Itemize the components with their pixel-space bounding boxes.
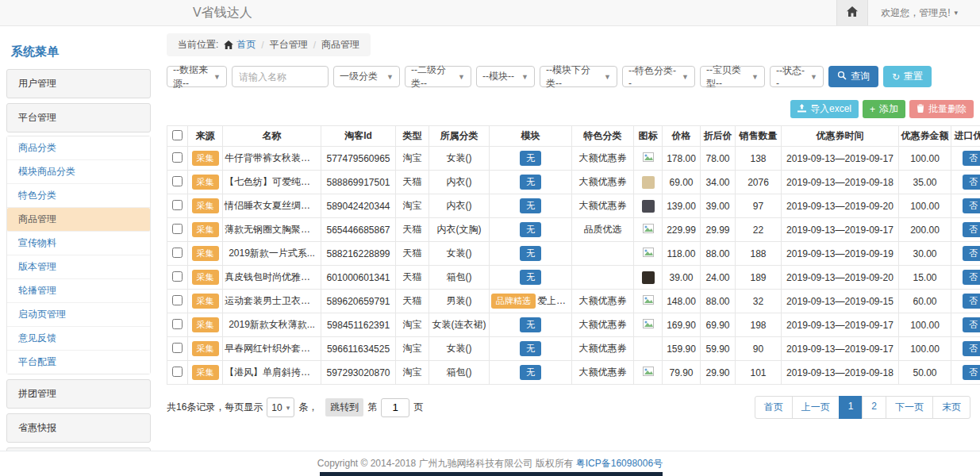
- select-all-checkbox[interactable]: [172, 130, 183, 140]
- row-checkbox[interactable]: [172, 367, 183, 377]
- name-cell: 2019新款女秋薄款...: [223, 313, 321, 337]
- page-button-首页[interactable]: 首页: [755, 396, 793, 419]
- sidebar-item-平台配置[interactable]: 平台配置: [7, 351, 150, 374]
- row-checkbox[interactable]: [172, 248, 183, 258]
- navbar-right: 欢迎您，管理员! ▾: [836, 0, 980, 25]
- import-select-toggle[interactable]: 否: [963, 270, 980, 285]
- sidebar-item-意见反馈[interactable]: 意见反馈: [7, 327, 150, 351]
- module-badge[interactable]: 无: [520, 270, 541, 285]
- type-cell: 天猫: [396, 171, 429, 194]
- sidebar-item-宣传物料[interactable]: 宣传物料: [7, 232, 150, 255]
- import-select-toggle[interactable]: 否: [963, 198, 980, 213]
- module-badge[interactable]: 无: [520, 198, 541, 213]
- discount-price-cell: 59.90: [701, 337, 736, 361]
- filter-select-1[interactable]: 一级分类▼: [333, 66, 400, 87]
- column-header-优惠券时间: 优惠券时间: [782, 126, 899, 147]
- sidebar-menu: 用户管理平台管理商品分类模块商品分类特色分类商品管理宣传物料版本管理轮播管理启动…: [6, 69, 151, 451]
- filter-select-7[interactable]: --状态--▼: [770, 66, 824, 87]
- sidebar-group-平台管理[interactable]: 平台管理: [6, 103, 151, 132]
- module-badge[interactable]: 无: [520, 317, 541, 332]
- breadcrumb-home-link[interactable]: 首页: [236, 38, 256, 52]
- batch-delete-button[interactable]: 批量删除: [909, 100, 974, 118]
- coupon-amount-cell: 200.00: [899, 218, 951, 242]
- search-button-label: 查询: [851, 70, 870, 83]
- sidebar-group-用户管理[interactable]: 用户管理: [6, 69, 151, 98]
- module-badge[interactable]: 无: [520, 151, 541, 166]
- sidebar-item-轮播管理[interactable]: 轮播管理: [7, 279, 150, 303]
- record-summary: 共16条记录，每页显示: [167, 401, 263, 414]
- row-checkbox[interactable]: [172, 271, 183, 282]
- column-header-类型: 类型: [396, 126, 429, 147]
- row-checkbox[interactable]: [172, 319, 183, 329]
- import-select-cell: 否: [951, 242, 980, 266]
- row-checkbox[interactable]: [172, 295, 183, 305]
- sidebar-item-版本管理[interactable]: 版本管理: [7, 255, 150, 279]
- taoke-id-cell: 589620659791: [321, 290, 396, 313]
- page-size-select[interactable]: 10 ▾: [267, 397, 294, 417]
- filter-select-4[interactable]: --模块下分类--▼: [540, 66, 617, 87]
- module-badge[interactable]: 无: [520, 246, 541, 261]
- row-checkbox[interactable]: [172, 152, 183, 163]
- sidebar-item-商品分类[interactable]: 商品分类: [7, 136, 150, 160]
- module-badge[interactable]: 品牌精选: [491, 294, 536, 309]
- filter-select-2[interactable]: --二级分类--▼: [405, 66, 471, 87]
- import-select-toggle[interactable]: 否: [963, 317, 980, 332]
- user-menu[interactable]: 欢迎您，管理员! ▾: [868, 6, 980, 20]
- sidebar-item-特色分类[interactable]: 特色分类: [7, 184, 150, 208]
- sidebar-group-拼团管理[interactable]: 拼团管理: [6, 379, 151, 409]
- import-select-toggle[interactable]: 否: [963, 175, 980, 190]
- row-checkbox[interactable]: [172, 343, 183, 353]
- import-select-toggle[interactable]: 否: [963, 151, 980, 166]
- add-button[interactable]: + 添加: [863, 100, 905, 118]
- filter-select-3[interactable]: --模块--▼: [476, 66, 535, 87]
- filter-select-5[interactable]: --特色分类--▼: [622, 66, 695, 87]
- sidebar-group-省惠快报[interactable]: 省惠快报: [6, 413, 151, 443]
- module-cell: 无: [490, 313, 572, 337]
- module-badge[interactable]: 无: [520, 341, 541, 356]
- page-button-末页[interactable]: 末页: [932, 396, 970, 419]
- home-button[interactable]: [836, 0, 868, 25]
- module-badge[interactable]: 无: [520, 222, 541, 237]
- row-checkbox[interactable]: [172, 224, 183, 234]
- reset-button[interactable]: ↻ 重置: [883, 66, 932, 87]
- icp-link[interactable]: 粤ICP备16098006号: [576, 457, 663, 470]
- page-button-2[interactable]: 2: [862, 396, 886, 419]
- import-select-toggle[interactable]: 否: [963, 365, 980, 380]
- table-row: 采集【港风】单肩斜挎链条...597293020870淘宝箱包()无大额优惠券7…: [167, 361, 980, 385]
- module-badge[interactable]: 无: [520, 175, 541, 190]
- row-checkbox[interactable]: [172, 200, 183, 210]
- import-excel-button[interactable]: 导入excel: [790, 100, 859, 118]
- sidebar-item-商品管理[interactable]: 商品管理: [7, 208, 150, 232]
- column-header-所属分类: 所属分类: [429, 126, 490, 147]
- source-badge: 采集: [192, 222, 219, 237]
- sidebar-item-模块商品分类[interactable]: 模块商品分类: [7, 160, 150, 184]
- taoke-id-cell: 588216228899: [321, 242, 396, 266]
- import-select-toggle[interactable]: 否: [963, 222, 980, 237]
- filter-select-6[interactable]: --宝贝类型--▼: [700, 66, 765, 87]
- sidebar-item-启动页管理[interactable]: 启动页管理: [7, 303, 150, 327]
- import-select-toggle[interactable]: 否: [963, 341, 980, 356]
- row-select-cell: [167, 313, 188, 337]
- module-badge[interactable]: 无: [520, 365, 541, 380]
- jump-suffix: 页: [413, 401, 423, 414]
- jump-page-input[interactable]: [381, 398, 409, 417]
- page-button-1[interactable]: 1: [839, 396, 863, 419]
- caret-down-icon: ▼: [386, 73, 394, 81]
- column-header-模块: 模块: [490, 126, 572, 147]
- broken-image-icon: [643, 248, 654, 259]
- price-cell: 118.00: [663, 242, 701, 266]
- sales-cell: 198: [736, 313, 782, 337]
- page-button-下一页[interactable]: 下一页: [886, 396, 933, 419]
- filter-select-0[interactable]: --数据来源--▼: [167, 66, 227, 87]
- sales-cell: 138: [736, 147, 782, 171]
- icon-cell: [634, 218, 663, 242]
- page-button-上一页[interactable]: 上一页: [792, 396, 840, 419]
- import-select-toggle[interactable]: 否: [963, 294, 980, 309]
- category-cell: 箱包(): [429, 266, 490, 290]
- row-checkbox[interactable]: [172, 176, 183, 186]
- jump-button[interactable]: 跳转到: [325, 398, 363, 416]
- search-button[interactable]: 查询: [828, 66, 878, 87]
- name-search-input[interactable]: [232, 66, 329, 87]
- category-cell: 内衣(): [429, 194, 490, 218]
- import-select-toggle[interactable]: 否: [963, 246, 980, 261]
